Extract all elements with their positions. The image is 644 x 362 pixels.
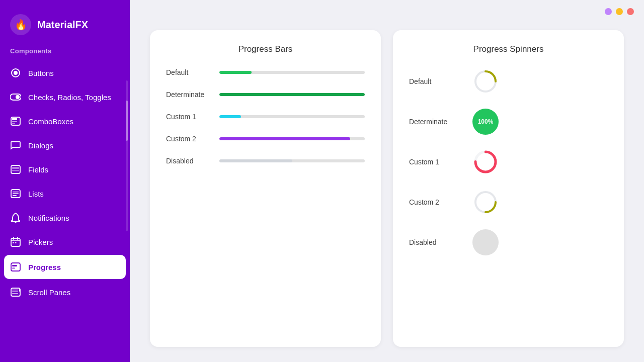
buttons-icon (10, 67, 21, 78)
lists-icon (10, 188, 21, 199)
progress-bar-label-custom1: Custom 1 (166, 113, 211, 121)
dot-purple (605, 8, 612, 15)
svg-rect-8 (11, 165, 20, 173)
fields-icon (10, 164, 21, 175)
progress-spinners-card: Progress Spinners Default Determinate (393, 30, 624, 347)
progress-bars-title: Progress Bars (166, 44, 365, 54)
spinner-determinate-text: 100% (478, 118, 494, 125)
progress-track-disabled (219, 159, 365, 162)
progress-fill-custom1 (219, 115, 241, 118)
progress-fill-custom2 (219, 137, 350, 140)
spinner-label-determinate: Determinate (409, 118, 464, 126)
sidebar-item-notifications[interactable]: Notifications (0, 206, 130, 230)
svg-point-1 (14, 71, 18, 75)
progress-bar-label-custom2: Custom 2 (166, 135, 211, 143)
sidebar-item-lists-label: Lists (28, 190, 44, 198)
logo-icon: 🔥 (10, 14, 31, 35)
pickers-icon (10, 236, 21, 247)
flame-icon: 🔥 (15, 19, 27, 31)
sidebar-item-scroll-panes-label: Scroll Panes (28, 288, 70, 297)
sidebar-scrollbar-thumb (126, 101, 128, 141)
sidebar-item-checks-label: Checks, Radios, Toggles (28, 93, 111, 102)
spinner-label-disabled: Disabled (409, 238, 464, 246)
sidebar-item-progress[interactable]: Progress (4, 255, 126, 279)
cards-row: Progress Bars Default Determinate Custom… (150, 30, 624, 347)
spinner-svg-custom2 (472, 189, 499, 215)
svg-rect-18 (11, 263, 20, 271)
sidebar-item-progress-label: Progress (28, 263, 61, 272)
progress-bar-label-disabled: Disabled (166, 157, 211, 165)
spinner-label-default: Default (409, 77, 464, 85)
progress-bar-row-default: Default (166, 68, 365, 76)
sidebar-item-dialogs[interactable]: Dialogs (0, 133, 130, 157)
spinner-row-custom1: Custom 1 (409, 149, 608, 175)
sidebar-item-checks[interactable]: Checks, Radios, Toggles (0, 85, 130, 109)
sidebar-item-comboboxes-label: ComboBoxes (28, 117, 73, 126)
spinner-determinate: 100% (472, 109, 499, 135)
svg-rect-9 (12, 167, 19, 169)
svg-rect-14 (13, 195, 17, 196)
sidebar-item-dialogs-label: Dialogs (28, 141, 53, 150)
spinner-determinate-circle: 100% (472, 109, 499, 135)
spinner-disabled (472, 229, 499, 255)
progress-bar-row-custom1: Custom 1 (166, 113, 365, 121)
sidebar-nav: Components Buttons Checks, Radios, Toggl… (0, 47, 130, 362)
progress-bars-card: Progress Bars Default Determinate Custom… (150, 30, 381, 347)
progress-bar-label-default: Default (166, 68, 211, 76)
spinner-row-disabled: Disabled (409, 229, 608, 255)
progress-fill-disabled (219, 159, 292, 162)
sidebar-item-scroll-panes[interactable]: Scroll Panes (0, 280, 130, 304)
spinner-label-custom2: Custom 2 (409, 198, 464, 206)
progress-bar-label-determinate: Determinate (166, 90, 211, 99)
progress-track-custom1 (219, 115, 365, 118)
svg-rect-22 (12, 290, 18, 291)
dot-red (627, 8, 634, 15)
spinner-row-custom2: Custom 2 (409, 189, 608, 215)
toggle-icon (10, 92, 21, 103)
spinner-label-custom1: Custom 1 (409, 158, 464, 166)
svg-rect-17 (15, 242, 17, 243)
svg-rect-24 (12, 293, 18, 294)
progress-spinners-title: Progress Spinners (409, 44, 608, 54)
spinner-svg-custom1 (472, 149, 499, 175)
main-content: Progress Bars Default Determinate Custom… (130, 0, 644, 362)
svg-rect-20 (12, 267, 15, 269)
progress-bar-row-custom2: Custom 2 (166, 135, 365, 143)
spinner-row-default: Default (409, 68, 608, 95)
dot-yellow (616, 8, 623, 15)
progress-track-determinate (219, 93, 365, 96)
spinner-default (472, 68, 499, 95)
progress-track-default (219, 71, 365, 74)
svg-rect-10 (12, 170, 19, 171)
spinner-disabled-circle (472, 229, 499, 255)
svg-rect-16 (13, 242, 14, 243)
combobox-icon (10, 116, 21, 127)
sidebar-scrollbar (126, 80, 128, 231)
svg-rect-19 (12, 265, 17, 266)
sidebar-item-buttons[interactable]: Buttons (0, 61, 130, 85)
sidebar-item-lists[interactable]: Lists (0, 182, 130, 206)
sidebar-item-fields[interactable]: Fields (0, 157, 130, 182)
progress-icon (10, 261, 21, 273)
sidebar: 🔥 MaterialFX Components Buttons (0, 0, 130, 362)
svg-rect-25 (19, 289, 20, 292)
scroll-icon (10, 287, 21, 298)
sidebar-item-notifications-label: Notifications (28, 214, 69, 222)
sidebar-item-comboboxes[interactable]: ComboBoxes (0, 109, 130, 133)
spinner-svg-default (472, 68, 499, 95)
svg-rect-23 (12, 292, 18, 293)
progress-track-custom2 (219, 137, 365, 140)
sidebar-item-fields-label: Fields (28, 165, 48, 174)
dialogs-icon (10, 140, 21, 151)
spinner-custom2 (472, 189, 499, 215)
sidebar-logo: 🔥 MaterialFX (0, 0, 130, 47)
sidebar-section-title: Components (0, 47, 130, 61)
svg-rect-13 (13, 194, 19, 195)
sidebar-item-pickers[interactable]: Pickers (0, 230, 130, 254)
sidebar-item-buttons-label: Buttons (28, 69, 54, 77)
spinner-row-determinate: Determinate 100% (409, 109, 608, 135)
top-dots (605, 8, 634, 15)
svg-rect-5 (12, 118, 17, 120)
progress-bar-row-determinate: Determinate (166, 90, 365, 99)
logo-text: MaterialFX (37, 19, 88, 31)
